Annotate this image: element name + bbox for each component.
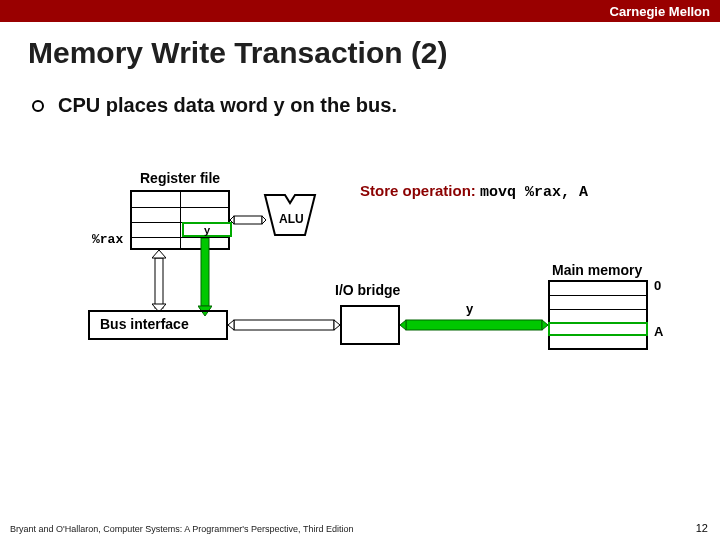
rax-label: %rax bbox=[92, 232, 123, 247]
header-bar: Carnegie Mellon bbox=[0, 0, 720, 22]
alu-label: ALU bbox=[279, 212, 304, 226]
slide-title: Memory Write Transaction (2) bbox=[28, 36, 720, 70]
io-bridge-label: I/O bridge bbox=[335, 282, 400, 298]
svg-rect-0 bbox=[234, 216, 262, 224]
page-number: 12 bbox=[696, 522, 708, 534]
main-memory-box bbox=[548, 280, 648, 350]
store-op-prefix: Store operation: bbox=[360, 182, 476, 199]
busif-iobridge-arrow bbox=[228, 316, 340, 334]
register-file-box: y bbox=[130, 190, 230, 250]
iobridge-mem-arrow bbox=[400, 316, 548, 334]
bullet-item: CPU places data word y on the bus. bbox=[32, 94, 720, 117]
bullet-icon bbox=[32, 100, 44, 112]
mem-addr-0: 0 bbox=[654, 278, 661, 293]
svg-rect-2 bbox=[155, 258, 163, 308]
footer-citation: Bryant and O'Hallaron, Computer Systems:… bbox=[10, 524, 353, 534]
regfile-alu-arrow bbox=[230, 210, 266, 230]
svg-rect-4 bbox=[406, 320, 542, 330]
svg-rect-3 bbox=[234, 320, 334, 330]
brand-label: Carnegie Mellon bbox=[610, 4, 710, 19]
bullet-text: CPU places data word y on the bus. bbox=[58, 94, 397, 117]
main-memory-label: Main memory bbox=[552, 262, 642, 278]
data-down-arrow bbox=[198, 238, 212, 316]
bus-value-label: y bbox=[466, 301, 473, 316]
mem-row-A bbox=[548, 322, 648, 336]
mem-addr-A: A bbox=[654, 324, 663, 339]
store-op-code: movq %rax, A bbox=[480, 184, 588, 201]
diagram: Register file y %rax ALU Store operation… bbox=[0, 160, 720, 380]
io-bridge-box bbox=[340, 305, 400, 345]
svg-rect-1 bbox=[201, 238, 209, 306]
rax-value-cell: y bbox=[182, 222, 232, 237]
store-operation: Store operation: movq %rax, A bbox=[360, 182, 588, 201]
regfile-bus-arrow bbox=[152, 250, 166, 312]
register-file-label: Register file bbox=[140, 170, 220, 186]
bus-interface-label: Bus interface bbox=[100, 316, 189, 332]
